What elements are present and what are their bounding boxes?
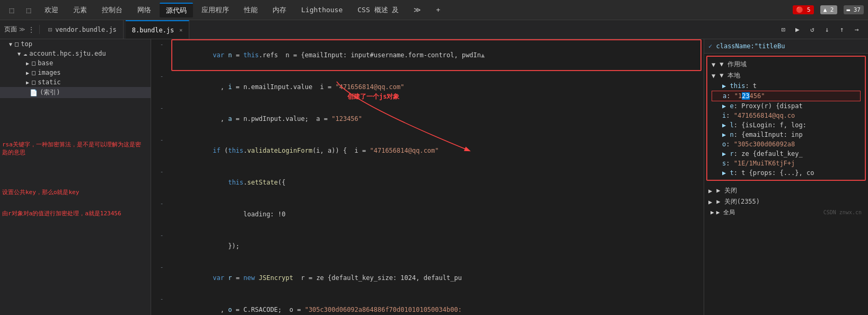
badge-info[interactable]: ▬ 37: [844, 5, 864, 14]
scope-r[interactable]: ▶ r: ze {default_key_: [712, 149, 861, 159]
tree-item-static[interactable]: ▶ □ static: [0, 77, 151, 87]
scope-key-o: o: [722, 141, 726, 148]
local-arrow-icon: ▼: [712, 72, 715, 80]
scope-e[interactable]: ▶ e: Proxy(r) {dispat: [712, 101, 861, 111]
close-section: ▶ ▶ 关闭 ▶ ▶ 关闭(2355) ▶ ▶ 全局 CSDN znwx.cn: [704, 183, 868, 220]
step-over-icon[interactable]: ↺: [805, 23, 819, 37]
main-layout: ▼ □ top ▼ ☁ account.hpc.sjtu.edu ▶ □ bas…: [0, 39, 868, 315]
page-label: 页面: [4, 25, 17, 34]
close-arrow-icon: ▶: [708, 187, 712, 195]
tree-item-base[interactable]: ▶ □ base: [0, 58, 151, 68]
step-into-icon[interactable]: ↓: [820, 23, 834, 37]
close2355-label[interactable]: ▶ ▶ 关闭(2355): [708, 196, 864, 207]
right-panel-classname: ✓ className:"titleBu: [704, 39, 868, 54]
scope-key-a: a: [723, 92, 726, 100]
step-out-icon[interactable]: ↑: [835, 23, 849, 37]
scope-s[interactable]: s: "1E/1MuiTK6tjF+j: [712, 159, 861, 168]
classname-value: className:"titleBu: [716, 42, 785, 50]
nav-tab-console[interactable]: 控制台: [95, 3, 129, 17]
nav-tab-memory[interactable]: 内存: [266, 3, 293, 17]
code-line-2: - , i = n.emailInput.value i = "47165681…: [151, 71, 704, 103]
nav-tab-elements[interactable]: 元素: [67, 3, 93, 17]
devtools-icon2[interactable]: ⬚: [21, 3, 36, 18]
scope-n[interactable]: ▶ n: {emailInput: inp: [712, 130, 861, 139]
nav-tab-more[interactable]: ≫: [407, 4, 427, 16]
line-num-1: -: [151, 39, 172, 50]
devtools-icon1[interactable]: ⬚: [4, 3, 19, 18]
scope-o[interactable]: o: "305c300d06092a8: [712, 139, 861, 149]
annotation-rsa: rsa关键字，一种加密算法，是不是可以理解为这是密匙的意思: [2, 141, 145, 157]
nav-tab-application[interactable]: 应用程序: [195, 3, 235, 17]
line-num-4: -: [151, 135, 172, 145]
page-menu-icon[interactable]: ⋮: [28, 25, 35, 34]
file-tab-vendor[interactable]: ⊡ vendor.bundle.js: [42, 20, 124, 39]
scope-l[interactable]: ▶ l: {isLogin: f, log:: [712, 120, 861, 130]
code-text-3: , a = n.pwdInput.value; a = "123456": [172, 103, 704, 135]
code-line-5: - this.setState({: [151, 167, 704, 198]
tree-item-account[interactable]: ▼ ☁ account.hpc.sjtu.edu: [0, 49, 151, 58]
scope-a[interactable]: a: "123456": [712, 91, 861, 101]
tree-item-images[interactable]: ▶ □ images: [0, 68, 151, 77]
resume-icon[interactable]: ▶: [791, 23, 804, 37]
close2355-arrow-icon: ▶: [708, 198, 712, 206]
scope-i[interactable]: i: "471656814@qq.co: [712, 111, 861, 120]
nav-tab-performance[interactable]: 性能: [238, 3, 264, 17]
tree-arrow-top: ▼: [6, 41, 15, 47]
code-content: - var n = this.refs n = {emailInput: inp…: [151, 39, 704, 315]
annotation-encrypt: 由r对象对a的值进行加密处理，a就是123456: [2, 209, 135, 217]
page-more-icon[interactable]: ≫: [19, 26, 25, 33]
nav-tab-sources[interactable]: 源代码: [160, 3, 193, 18]
code-text-9: , o = C.RSACODE; o = "305c300d06092a8648…: [172, 294, 704, 315]
file-tab-8bundle[interactable]: 8.bundle.js ✕: [126, 20, 190, 39]
nav-tab-css[interactable]: CSS 概述 及: [351, 3, 405, 17]
badge-warnings[interactable]: ▲ 2: [820, 5, 837, 14]
close-label[interactable]: ▶ ▶ 关闭: [708, 185, 864, 196]
tree-arrow-account: ▼: [15, 51, 23, 57]
folder-icon: □: [15, 40, 19, 48]
local-label[interactable]: ▼ ▼ 本地: [712, 70, 861, 81]
scope-arrow-r: ▶: [722, 150, 726, 158]
scope-arrow-this: ▶: [722, 82, 726, 90]
scope-section: ▼ ▼ 作用域 ▼ ▼ 本地 ▶ this: t a: "123456" ▶ e…: [707, 57, 865, 180]
scope-label[interactable]: ▼ ▼ 作用域: [712, 59, 861, 70]
scope-t[interactable]: ▶ t: t {props: {...}, co: [712, 168, 861, 178]
8bundle-tab-label: 8.bundle.js: [132, 27, 174, 34]
global-arrow: ▶: [711, 209, 714, 216]
badge-errors[interactable]: 🔴 5: [793, 5, 813, 14]
tree-arrow-images: ▶: [23, 70, 32, 76]
code-editor[interactable]: - var n = this.refs n = {emailInput: inp…: [151, 39, 704, 315]
scope-this[interactable]: ▶ this: t: [712, 81, 861, 91]
nav-tab-network[interactable]: 网络: [131, 3, 157, 17]
top-nav-bar: ⬚ ⬚ 欢迎 元素 控制台 网络 源代码 应用程序 性能 内存 Lighthou…: [0, 0, 868, 20]
line-num-8: -: [151, 262, 172, 273]
code-line-6: - loading: !0: [151, 198, 704, 230]
file-tree-sidebar: ▼ □ top ▼ ☁ account.hpc.sjtu.edu ▶ □ bas…: [0, 39, 151, 315]
nav-tab-welcome[interactable]: 欢迎: [38, 3, 65, 17]
nav-tab-lighthouse[interactable]: Lighthouse: [295, 4, 349, 16]
tree-label-index: (索引): [40, 88, 60, 97]
step-icon[interactable]: →: [850, 23, 864, 37]
scope-text: ▼ 作用域: [720, 60, 746, 69]
code-line-7: - });: [151, 230, 704, 262]
line-num-9: -: [151, 294, 172, 304]
global-row[interactable]: ▶ ▶ 全局 CSDN znwx.cn: [708, 207, 864, 217]
tree-item-top[interactable]: ▼ □ top: [0, 39, 151, 49]
tree-label-base: base: [38, 59, 53, 67]
close-tab-icon[interactable]: ✕: [179, 27, 182, 33]
line-num-2: -: [151, 71, 172, 82]
line-num-5: -: [151, 167, 172, 177]
folder-base-icon: □: [32, 59, 36, 67]
tree-item-index[interactable]: 📄 (索引): [0, 87, 151, 98]
folder-static-icon: □: [32, 78, 36, 86]
nav-tab-add[interactable]: +: [429, 4, 446, 16]
code-text-2: , i = n.emailInput.value i = "471656814@…: [172, 71, 704, 103]
code-line-8: - var r = new JSEncrypt r = ze {default_…: [151, 262, 704, 294]
code-text-6: loading: !0: [172, 198, 704, 230]
back-file-icon[interactable]: ⊡: [782, 26, 785, 33]
scope-arrow-icon: ▼: [712, 61, 715, 68]
code-text-1: var n = this.refs n = {emailInput: input…: [172, 39, 704, 71]
tree-label-top: top: [21, 40, 32, 48]
code-text-5: this.setState({: [172, 167, 704, 198]
vendor-tab-label: vendor.bundle.js: [55, 26, 117, 33]
scope-key-s: s: [722, 160, 726, 167]
